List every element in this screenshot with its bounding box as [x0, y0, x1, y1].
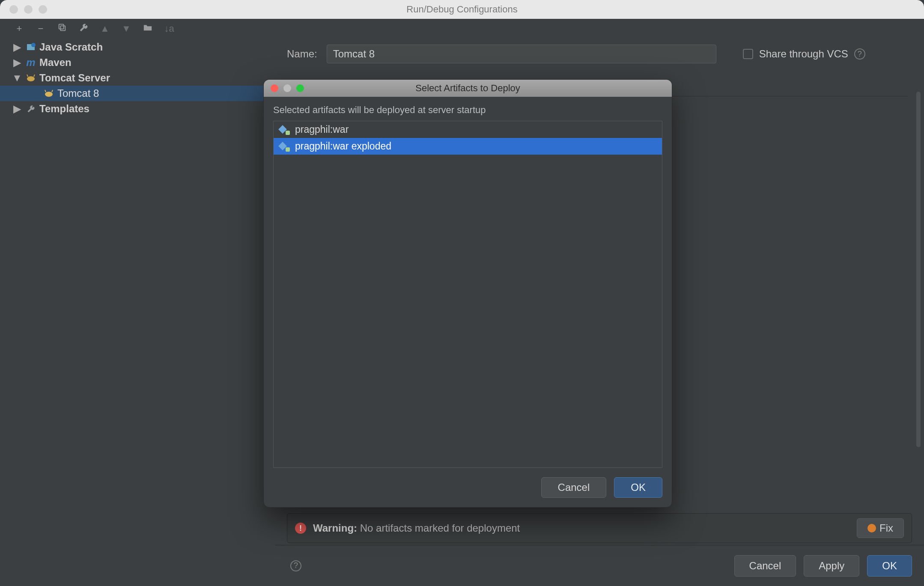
modal-hint: Selected artifacts will be deployed at s… — [264, 97, 672, 121]
chevron-right-icon[interactable]: ▶ — [12, 41, 22, 53]
warning-bar: ! Warning: No artifacts marked for deplo… — [287, 513, 912, 543]
folder-icon[interactable] — [142, 23, 153, 34]
svg-rect-1 — [59, 24, 64, 29]
ok-button[interactable]: OK — [867, 555, 912, 577]
svg-point-5 — [45, 92, 53, 97]
name-row: Name: Share through VCS ? — [275, 45, 912, 63]
warning-message: No artifacts marked for deployment — [360, 522, 520, 534]
wrench-icon[interactable] — [78, 23, 89, 35]
svg-rect-0 — [60, 26, 65, 30]
modal-titlebar: Select Artifacts to Deploy — [264, 80, 672, 97]
modal-footer: Cancel OK — [541, 477, 662, 498]
name-label: Name: — [287, 48, 317, 60]
tree-label: Tomcat 8 — [57, 87, 99, 99]
artifact-label: pragphil:war — [295, 124, 349, 135]
help-icon[interactable]: ? — [854, 48, 865, 60]
scrollbar[interactable] — [916, 92, 921, 447]
wrench-icon — [25, 105, 37, 113]
warning-text: Warning: No artifacts marked for deploym… — [313, 522, 520, 534]
tree-tomcat-server[interactable]: ▼ Tomcat Server — [0, 70, 275, 86]
move-up-icon[interactable]: ▲ — [99, 23, 110, 34]
remove-icon[interactable]: − — [35, 23, 46, 34]
name-input[interactable] — [327, 45, 716, 63]
modal-title: Select Artifacts to Deploy — [264, 83, 672, 94]
artifact-icon — [280, 141, 290, 152]
share-vcs-label: Share through VCS — [759, 48, 848, 60]
svg-point-3 — [31, 43, 36, 47]
artifact-item[interactable]: pragphil:war — [274, 121, 662, 138]
sort-icon[interactable]: ↓a — [164, 23, 175, 34]
chevron-right-icon[interactable]: ▶ — [12, 103, 22, 115]
fix-label: Fix — [879, 522, 893, 534]
tree-label: Templates — [39, 103, 89, 115]
tree-label: Tomcat Server — [39, 72, 110, 84]
tree-templates[interactable]: ▶ Templates — [0, 101, 275, 117]
tomcat-icon — [25, 73, 37, 83]
select-artifacts-dialog: Select Artifacts to Deploy Selected arti… — [263, 79, 672, 508]
share-vcs-checkbox[interactable] — [743, 49, 753, 59]
tree-tomcat-8[interactable]: Tomcat 8 — [0, 86, 275, 101]
chevron-down-icon[interactable]: ▼ — [12, 72, 22, 84]
add-icon[interactable]: + — [14, 23, 25, 34]
artifact-list[interactable]: pragphil:war pragphil:war exploded — [273, 121, 662, 468]
artifact-item-selected[interactable]: pragphil:war exploded — [274, 138, 662, 155]
warning-icon: ! — [295, 523, 306, 534]
svg-point-4 — [27, 76, 35, 81]
tree-java-scratch[interactable]: ▶ Java Scratch — [0, 39, 275, 55]
cancel-button[interactable]: Cancel — [734, 555, 796, 577]
tomcat-icon — [43, 89, 55, 98]
warning-label: Warning: — [313, 522, 357, 534]
artifact-label: pragphil:war exploded — [295, 141, 391, 152]
tree-maven[interactable]: ▶ m Maven — [0, 55, 275, 70]
java-scratch-icon — [25, 42, 37, 52]
move-down-icon[interactable]: ▼ — [121, 23, 132, 34]
share-vcs-row: Share through VCS ? — [743, 48, 865, 60]
titlebar: Run/Debug Configurations — [0, 0, 924, 19]
tree-label: Java Scratch — [39, 41, 103, 53]
modal-cancel-button[interactable]: Cancel — [541, 477, 607, 498]
copy-icon[interactable] — [57, 23, 68, 35]
config-tree: ▶ Java Scratch ▶ m Maven ▼ Tomcat — [0, 36, 275, 586]
artifact-icon — [280, 125, 290, 135]
chevron-right-icon[interactable]: ▶ — [12, 57, 22, 69]
config-toolbar: + − ▲ ▼ ↓a — [0, 19, 924, 36]
fix-button[interactable]: Fix — [857, 518, 904, 538]
modal-ok-button[interactable]: OK — [614, 477, 662, 498]
dialog-footer: ? Cancel Apply OK — [275, 545, 924, 586]
maven-icon: m — [25, 57, 37, 69]
window-title: Run/Debug Configurations — [0, 4, 924, 15]
help-icon[interactable]: ? — [290, 560, 301, 571]
tree-label: Maven — [39, 57, 72, 69]
lightbulb-icon — [867, 524, 876, 532]
apply-button[interactable]: Apply — [804, 555, 859, 577]
